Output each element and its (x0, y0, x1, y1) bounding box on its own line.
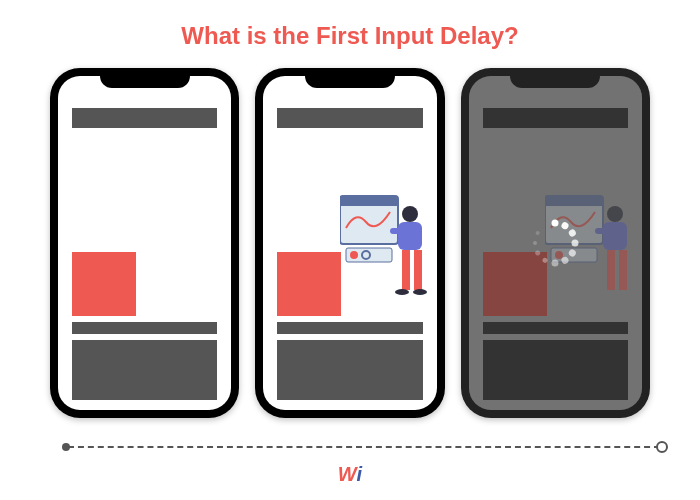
phone-screen (58, 76, 231, 410)
content-area (72, 134, 217, 316)
svg-rect-1 (340, 196, 398, 206)
image-placeholder-box (72, 252, 136, 316)
image-placeholder-box (277, 252, 341, 316)
content-area (277, 134, 422, 316)
svg-rect-6 (398, 222, 422, 250)
loading-overlay (469, 76, 642, 410)
brand-logo: Wi (338, 463, 362, 486)
svg-point-10 (395, 289, 409, 295)
svg-rect-8 (402, 250, 410, 290)
text-placeholder-bar (277, 322, 422, 334)
phone-stage-3-loading (461, 68, 650, 418)
svg-rect-9 (414, 250, 422, 290)
phone-stages-row (0, 68, 700, 418)
header-placeholder-bar (277, 108, 422, 128)
phone-stage-2 (255, 68, 444, 418)
text-placeholder-bar (72, 322, 217, 334)
svg-point-11 (413, 289, 427, 295)
logo-part-2: i (357, 463, 363, 485)
phone-notch (510, 68, 600, 88)
spinner-icon (531, 219, 579, 267)
analytics-illustration (340, 190, 435, 320)
timeline-axis (68, 446, 660, 448)
svg-point-5 (402, 206, 418, 222)
phone-notch (305, 68, 395, 88)
phone-stage-1 (50, 68, 239, 418)
svg-point-3 (350, 251, 358, 259)
header-placeholder-bar (72, 108, 217, 128)
phone-screen (263, 76, 436, 410)
page-title: What is the First Input Delay? (0, 0, 700, 68)
logo-part-1: W (338, 463, 357, 485)
phone-notch (100, 68, 190, 88)
text-placeholder-block (277, 340, 422, 400)
text-placeholder-block (72, 340, 217, 400)
svg-rect-7 (390, 228, 408, 234)
